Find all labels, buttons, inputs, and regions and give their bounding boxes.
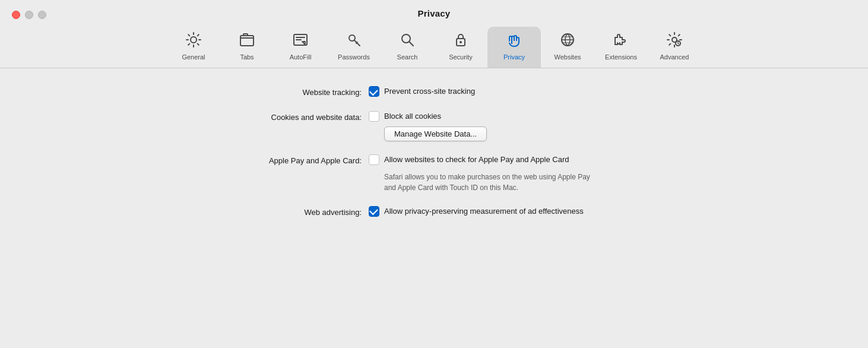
general-icon bbox=[185, 31, 202, 51]
cookies-row: Cookies and website data: Block all cook… bbox=[179, 111, 689, 141]
tab-extensions-label: Extensions bbox=[605, 53, 637, 61]
web-advertising-label: Web advertising: bbox=[179, 206, 369, 218]
tabs-icon bbox=[239, 31, 255, 51]
tab-general-label: General bbox=[182, 53, 205, 61]
website-tracking-checkbox-row: Prevent cross-site tracking bbox=[369, 86, 475, 97]
tab-privacy[interactable]: Privacy bbox=[487, 27, 541, 68]
websites-icon bbox=[559, 31, 576, 51]
apple-pay-label: Apple Pay and Apple Card: bbox=[179, 154, 369, 166]
cookies-label: Cookies and website data: bbox=[179, 111, 369, 123]
tab-search-label: Search bbox=[397, 53, 418, 61]
tab-security[interactable]: Security bbox=[434, 27, 487, 68]
apple-pay-checkbox-row: Allow websites to check for Apple Pay an… bbox=[369, 154, 590, 165]
tab-autofill[interactable]: AutoFill bbox=[274, 27, 327, 68]
tab-tabs[interactable]: Tabs bbox=[220, 27, 274, 68]
svg-rect-1 bbox=[240, 36, 254, 46]
maximize-button[interactable] bbox=[38, 11, 46, 19]
tab-extensions[interactable]: Extensions bbox=[594, 27, 648, 68]
tab-websites-label: Websites bbox=[554, 53, 581, 61]
content-area: Website tracking: Prevent cross-site tra… bbox=[0, 68, 868, 243]
web-advertising-checkbox-row: Allow privacy-preserving measurement of … bbox=[369, 206, 584, 217]
web-advertising-checkbox[interactable] bbox=[369, 206, 379, 217]
autofill-icon bbox=[292, 31, 309, 51]
window-title: Privacy bbox=[418, 8, 451, 18]
advanced-icon bbox=[666, 31, 683, 51]
web-advertising-checkbox-label: Allow privacy-preserving measurement of … bbox=[384, 206, 584, 217]
manage-website-data-button[interactable]: Manage Website Data... bbox=[384, 126, 487, 141]
website-tracking-checkbox-label: Prevent cross-site tracking bbox=[384, 86, 475, 97]
website-tracking-checkbox[interactable] bbox=[369, 86, 379, 97]
apple-pay-row: Apple Pay and Apple Card: Allow websites… bbox=[179, 154, 689, 192]
titlebar: Privacy bbox=[0, 0, 868, 23]
svg-point-7 bbox=[460, 41, 462, 43]
security-icon bbox=[452, 31, 469, 51]
tab-advanced[interactable]: Advanced bbox=[648, 27, 701, 68]
tab-privacy-label: Privacy bbox=[503, 53, 525, 61]
close-button[interactable] bbox=[12, 11, 20, 19]
cookies-checkbox-row: Block all cookies bbox=[369, 111, 487, 122]
privacy-icon bbox=[506, 31, 522, 51]
tab-passwords-label: Passwords bbox=[338, 53, 370, 61]
tab-general[interactable]: General bbox=[167, 27, 220, 68]
apple-pay-sublabel: Safari allows you to make purchases on t… bbox=[369, 172, 590, 193]
cookies-controls: Block all cookies Manage Website Data... bbox=[369, 111, 487, 141]
web-advertising-row: Web advertising: Allow privacy-preservin… bbox=[179, 206, 689, 218]
toolbar: General Tabs AutoFill bbox=[0, 23, 868, 68]
apple-pay-checkbox[interactable] bbox=[369, 154, 379, 165]
cookies-checkbox[interactable] bbox=[369, 111, 379, 122]
website-tracking-controls: Prevent cross-site tracking bbox=[369, 86, 475, 97]
cookies-checkbox-label: Block all cookies bbox=[384, 111, 441, 122]
svg-point-0 bbox=[191, 37, 197, 43]
traffic-lights bbox=[12, 11, 46, 19]
tab-websites[interactable]: Websites bbox=[541, 27, 594, 68]
tab-passwords[interactable]: Passwords bbox=[327, 27, 381, 68]
tab-search[interactable]: Search bbox=[381, 27, 434, 68]
tab-tabs-label: Tabs bbox=[240, 53, 254, 61]
passwords-icon bbox=[346, 31, 362, 51]
website-tracking-row: Website tracking: Prevent cross-site tra… bbox=[179, 86, 689, 98]
web-advertising-controls: Allow privacy-preserving measurement of … bbox=[369, 206, 584, 217]
minimize-button[interactable] bbox=[25, 11, 33, 19]
apple-pay-checkbox-label: Allow websites to check for Apple Pay an… bbox=[384, 154, 569, 165]
extensions-icon bbox=[613, 31, 629, 51]
website-tracking-label: Website tracking: bbox=[179, 86, 369, 98]
tab-security-label: Security bbox=[449, 53, 473, 61]
tab-advanced-label: Advanced bbox=[660, 53, 689, 61]
apple-pay-controls: Allow websites to check for Apple Pay an… bbox=[369, 154, 590, 192]
tab-autofill-label: AutoFill bbox=[290, 53, 312, 61]
search-icon bbox=[399, 31, 416, 51]
